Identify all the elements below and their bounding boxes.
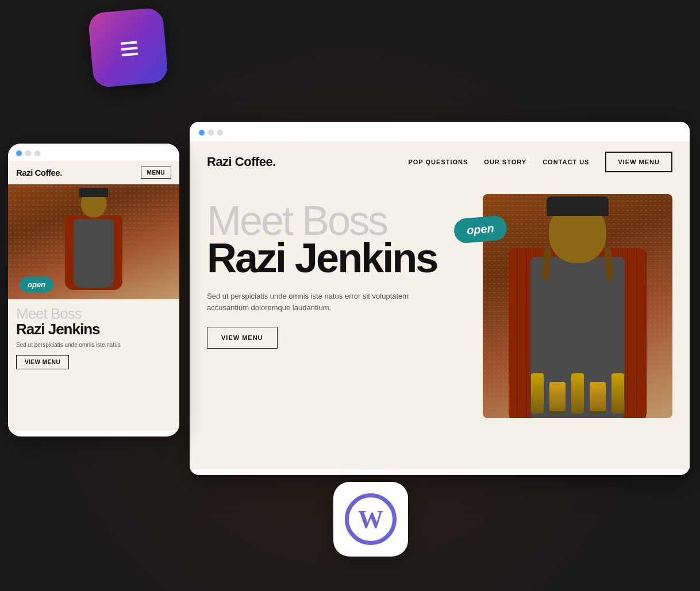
desktop-nav-links: POP QUESTIONS OUR STORY CONTACT US VIEW …	[408, 152, 672, 172]
wordpress-logo-circle: W	[345, 493, 397, 545]
mobile-mockup-header	[8, 144, 179, 161]
desktop-hero-image	[483, 194, 672, 418]
mobile-figure-apron	[74, 219, 114, 288]
elementor-icon: ≡	[88, 7, 169, 88]
mobile-hero-image: open	[8, 184, 179, 299]
nav-link-contact-us[interactable]: CONTACT US	[543, 159, 589, 165]
mobile-view-menu-button[interactable]: VIEW MENU	[16, 355, 69, 369]
desktop-brand: Razi Coffee.	[207, 154, 276, 169]
desktop-hero-name: Razi Jenkins	[207, 237, 471, 280]
desktop-mockup-header	[190, 122, 690, 141]
mobile-name: Razi Jenkins	[16, 321, 171, 338]
gold-item-3	[571, 373, 584, 414]
desk-figure-items	[491, 368, 664, 414]
desktop-hero-view-menu-button[interactable]: VIEW MENU	[207, 327, 278, 349]
mobile-open-badge: open	[20, 277, 53, 292]
dot-close	[16, 150, 22, 156]
desktop-hero: Meet Boss Razi Jenkins Sed ut perspiciat…	[190, 183, 690, 418]
strap-right	[604, 248, 614, 280]
strap-left	[542, 248, 552, 280]
desktop-dot-maximize	[217, 130, 223, 136]
desktop-content: Razi Coffee. POP QUESTIONS OUR STORY CON…	[190, 141, 690, 469]
gold-item-5	[611, 373, 624, 414]
mobile-mockup: Razi Coffee. MENU open Meet Boss Razi Je…	[8, 144, 179, 437]
desktop-dot-close	[199, 130, 205, 136]
mobile-brand: Razi Coffee.	[16, 168, 62, 177]
desktop-dot-minimize	[208, 130, 214, 136]
gold-item-2	[549, 382, 566, 414]
mobile-meet-boss: Meet Boss	[16, 306, 171, 321]
desktop-mockup: Razi Coffee. POP QUESTIONS OUR STORY CON…	[190, 122, 690, 475]
mobile-nav: Razi Coffee. MENU	[8, 161, 179, 184]
mobile-figure-cap	[79, 188, 108, 197]
desktop-nav: Razi Coffee. POP QUESTIONS OUR STORY CON…	[190, 141, 690, 183]
gold-item-4	[590, 382, 606, 414]
desktop-hero-text: Meet Boss Razi Jenkins Sed ut perspiciat…	[207, 194, 471, 349]
mobile-description: Sed ut perspiciatis unde omnis iste natu…	[16, 341, 171, 349]
mobile-text-section: Meet Boss Razi Jenkins Sed ut perspiciat…	[8, 299, 179, 376]
nav-link-our-story[interactable]: OUR STORY	[484, 159, 526, 165]
gold-item-1	[531, 373, 544, 414]
desk-figure-cap	[547, 196, 609, 216]
nav-link-pop-questions[interactable]: POP QUESTIONS	[408, 159, 468, 165]
wordpress-icon: W	[333, 482, 408, 557]
dot-minimize	[25, 150, 31, 156]
wordpress-logo-letter: W	[358, 505, 383, 534]
dot-maximize	[34, 150, 40, 156]
desktop-nav-view-menu-button[interactable]: VIEW MENU	[605, 152, 672, 172]
elementor-logo: ≡	[118, 28, 139, 67]
mobile-content: Razi Coffee. MENU open Meet Boss Razi Je…	[8, 161, 179, 431]
mobile-menu-button[interactable]: MENU	[141, 167, 171, 179]
desktop-hero-description: Sed ut perspiciatis unde omnis iste natu…	[207, 291, 425, 315]
